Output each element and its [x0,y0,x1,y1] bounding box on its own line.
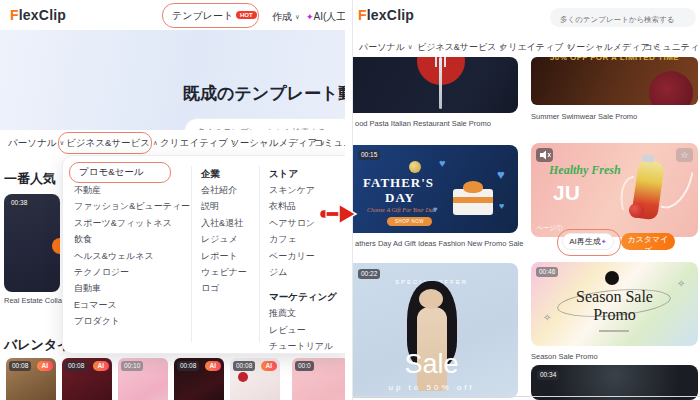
category-nav: パーソナル∨ ビジネス&サービス∧ クリエイティブ∨ ソーシャルメディア∨ コミ… [0,130,345,155]
menu-item[interactable]: ファッション&ビューティー [74,198,190,214]
nav-ai-tools[interactable]: ✦AI(人工知能 [306,10,345,24]
template-card[interactable]: 00:10 [118,358,168,400]
flexclip-logo[interactable]: FlexClip [358,7,414,23]
season-title-2: Promo [531,306,698,324]
juice-template-card[interactable]: ☆ Healthy Fresh JU ページ① [531,143,698,237]
sparkle-diamond-icon: ✧ [677,278,685,289]
template-card[interactable]: 00:08 AI [6,358,56,400]
fathers-day-template-card[interactable]: 00:15 FATHER'S DAY Choose A Gift For You… [352,145,518,233]
menu-item[interactable]: プロダクト [74,313,190,329]
menu-item[interactable]: 不動産 [74,182,190,198]
heart-icon: ♥ [497,167,505,182]
template-card[interactable]: 00:08 AI [62,358,112,400]
menu-item[interactable]: チュートリアル [269,338,337,354]
dark-template-card[interactable]: 00:34 [531,365,698,400]
menu-item[interactable]: ジム [269,264,337,280]
menu-item[interactable]: ヘルス&ウェルネス [74,248,190,264]
fork-prong [444,57,446,67]
ai-regenerate-button[interactable]: AI再生成✦ [562,233,614,250]
pasta-template-card[interactable] [352,57,518,113]
business-dropdown-menu: プロモ&セール 不動産 ファッション&ビューティー スポーツ&フィットネス 飲食… [62,155,345,354]
cat-creative[interactable]: クリエイティブ∨ [160,137,236,150]
menu-item[interactable]: レジュメ [201,231,247,247]
menu-item[interactable]: 自動車 [74,280,190,296]
popular-template-card[interactable]: 00:38 [4,194,60,292]
menu-item[interactable]: テクノロジー [74,264,190,280]
menu-item[interactable]: 推薦文 [269,305,337,321]
templates-label: テンプレート [172,10,233,21]
logo-f: F [10,7,19,23]
fork-graphic [439,57,442,109]
splash-graphic [660,167,693,214]
nav-templates[interactable]: テンプレート HOT [172,9,257,23]
menu-item[interactable]: レポート [201,248,247,264]
sale-template-card[interactable]: 00:22 SPECIAL OFFER Sale up to 50% off [352,263,518,398]
duration-badge: 00:38 [8,198,30,208]
bottle-cap-graphic [642,154,655,163]
header-search-input[interactable] [550,10,700,29]
cat-community-label: コミュニティ [314,137,345,148]
nav-create[interactable]: 作成∨ [272,10,300,24]
menu-item[interactable]: 入社&退社 [201,215,247,231]
logo-f: F [358,7,367,23]
ai-badge: AI [261,361,278,371]
season-template-card[interactable]: 00:46 Season Sale Promo ✧ ✧ [531,262,698,346]
chevron-down-icon: ∨ [295,13,300,20]
swimwear-overlay-text: 50% OFF FOR A LIMITED TIME [531,57,698,62]
mute-icon[interactable] [536,148,553,162]
sparkle-diamond-icon: ✧ [543,312,551,323]
left-header: FlexClip テンプレート HOT 作成∨ ✦AI(人工知能 [0,0,345,30]
cat-personal[interactable]: パーソナル∨ [359,41,413,54]
cat-creative[interactable]: クリエイティブ∨ [499,41,571,54]
template-card[interactable]: 00:0 [292,358,345,400]
menu-item[interactable]: スポーツ&フィットネス [74,215,190,231]
sparkle-icon: ✦ [601,238,607,245]
duration-badge: 00:15 [358,150,380,160]
cat-personal[interactable]: パーソナル∨ [8,137,64,150]
menu-item-promo-sale[interactable]: プロモ&セール [79,166,143,179]
logo-rest: lexClip [19,7,66,23]
menu-item[interactable]: 説明 [201,198,247,214]
menu-item[interactable]: カフェ [269,231,337,247]
shop-now-button: SHOP NOW [387,217,432,226]
cat-social[interactable]: ソーシャルメディア∨ [230,137,325,150]
ai-badge: AI [205,361,222,371]
thumbnail-orange-accent [52,238,60,254]
logo-circle-graphic [605,271,619,285]
menu-item[interactable]: ウェビナー [201,264,247,280]
menu-item[interactable]: ベーカリー [269,248,337,264]
gift-ribbon-graphic [453,197,493,203]
logo-rest: lexClip [367,7,414,23]
cat-community[interactable]: コミュニティ [314,137,345,150]
menu-item[interactable]: レビュー [269,322,337,338]
duration-badge: 00:10 [121,361,143,371]
juice-big-text: JU [553,181,580,205]
valentine-card-row: 00:08 AI 00:08 AI 00:10 00:08 AI 00:08 A… [0,358,345,400]
customize-button[interactable]: カスタマイズ [621,233,675,250]
create-label: 作成 [272,11,292,22]
cat-creative-label: クリエイティブ [499,42,563,52]
gift-bow-graphic [463,181,483,193]
template-card[interactable]: 00:08 AI [174,358,224,400]
fathers-tagline: Choose A Gift For Your Dad [367,207,436,213]
cat-community[interactable]: コミュニティ∨ [644,41,700,54]
right-panel: FlexClip パーソナル∨ ビジネス&サービス∨ クリエイティブ∨ ソーシャ… [352,0,700,400]
template-card[interactable]: 00:08 AI [230,358,280,400]
favorite-star-icon[interactable]: ☆ [676,148,693,162]
popular-section-title: 一番人気 [4,170,56,188]
cat-business[interactable]: ビジネス&サービス∧ [66,137,158,150]
menu-group-header: マーケティング [269,289,337,305]
heart-icon: ♥ [439,157,446,169]
menu-item[interactable]: ロゴ [201,280,247,296]
cat-business[interactable]: ビジネス&サービス∨ [417,41,504,54]
hero-banner: 既成のテンプレート動 [0,30,345,130]
swimwear-template-card[interactable]: 50% OFF FOR A LIMITED TIME [531,57,698,105]
menu-item[interactable]: 飲食 [74,231,190,247]
card-caption: Summer Swimwear Sale Promo [531,112,637,121]
menu-item[interactable]: Eコマース [74,297,190,313]
menu-item[interactable]: 会社紹介 [201,182,247,198]
menu-item[interactable]: スキンケア [269,182,337,198]
cat-business-label: ビジネス&サービス [417,42,496,52]
duration-badge: 00:08 [233,361,255,371]
flexclip-logo[interactable]: FlexClip [10,7,66,23]
